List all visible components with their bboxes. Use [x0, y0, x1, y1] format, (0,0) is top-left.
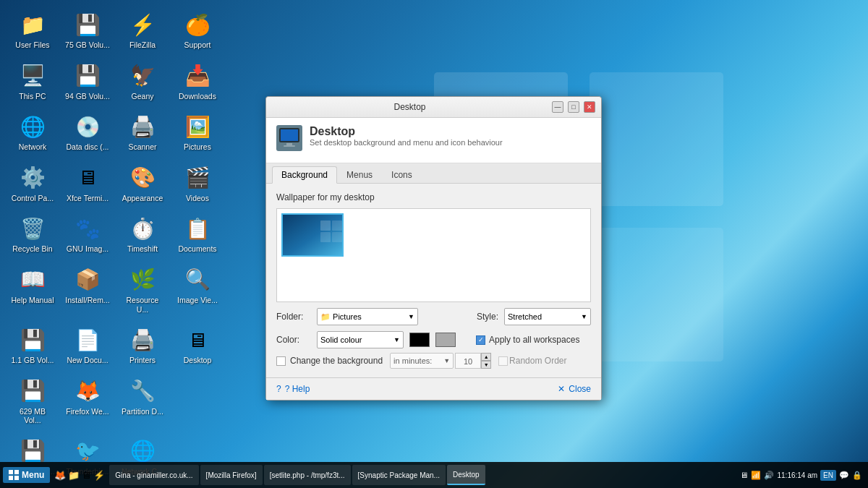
minutes-down-button[interactable]: ▼ [481, 361, 491, 369]
desktop-icon-network[interactable]: 🌐 Network [7, 109, 58, 155]
tab-background[interactable]: Background [272, 166, 337, 184]
dialog-header-subtitle: Set desktop background and menu and icon… [310, 138, 503, 147]
color-swatch-gray[interactable] [435, 333, 456, 347]
close-button[interactable]: ✕ Close [558, 384, 591, 394]
taskbar-terminal-icon[interactable]: 🖥 [82, 470, 91, 481]
75gb-icon: 💾 [73, 10, 102, 39]
desktop-icon-gnu-image[interactable]: 🐾 GNU Imag... [62, 211, 113, 257]
taskbar-item-desktop[interactable]: Desktop [447, 465, 485, 485]
style-select[interactable]: Stretched ▼ [504, 308, 591, 325]
close-label: Close [569, 384, 591, 394]
svg-rect-15 [14, 470, 19, 474]
firefox-label: Firefox We... [66, 407, 109, 416]
change-bg-row: Change the background in minutes: ▼ 10 ▲… [276, 353, 591, 369]
desktop-icon-partition[interactable]: 🔧 Partition D... [117, 374, 168, 428]
dialog-maximize-button[interactable]: □ [568, 101, 579, 113]
minutes-select[interactable]: in minutes: ▼ [390, 353, 454, 369]
desktop-item-icon: 🖥 [183, 325, 212, 354]
taskbar-item-setlite[interactable]: [setlite.php - /tmp/fz3t... [264, 465, 351, 485]
taskbar-item-setlite-label: [setlite.php - /tmp/fz3t... [270, 471, 345, 479]
desktop-icon-pictures[interactable]: 🖼️ Pictures [172, 109, 223, 155]
svg-rect-13 [332, 232, 342, 242]
desktop-icon-appearance[interactable]: 🎨 Appearance [117, 160, 168, 206]
tray-show-desktop[interactable]: 🖥 [740, 471, 748, 479]
svg-rect-7 [286, 143, 292, 145]
desktop-item-label: Desktop [184, 356, 212, 365]
desktop-icon-firefox[interactable]: 🦊 Firefox We... [62, 374, 113, 428]
desktop-icon-user-files[interactable]: 📁 User Files [7, 7, 58, 53]
data-disc-label: Data disc (... [67, 142, 109, 152]
folder-select[interactable]: 📁 Pictures ▼ [317, 308, 418, 325]
desktop-icon-image-view[interactable]: 🔍 Image Vie... [172, 262, 223, 317]
desktop-icon-documents[interactable]: 📋 Documents [172, 211, 223, 257]
dialog-close-button[interactable]: ✕ [584, 101, 595, 113]
help-manual-icon: 📖 [18, 265, 47, 294]
gnu-image-icon: 🐾 [73, 214, 102, 243]
printers-icon: 🖨️ [128, 325, 157, 354]
tray-usbguard-icon[interactable]: 🔒 [852, 471, 862, 480]
minutes-spinner-container: 10 ▲ ▼ [455, 353, 491, 369]
desktop-icon-desktop[interactable]: 🖥 Desktop [172, 322, 223, 368]
help-link[interactable]: ? ? Help [276, 384, 310, 394]
random-order-checkbox[interactable] [498, 356, 508, 366]
desktop-icon-filezilla[interactable]: ⚡ FileZilla [117, 7, 168, 53]
tab-menus[interactable]: Menus [337, 166, 382, 183]
network-icon: 🌐 [18, 112, 47, 141]
random-order-label: Random Order [509, 356, 566, 366]
desktop-icon-629mb[interactable]: 💾 629 MB Vol... [7, 374, 58, 428]
11gb-icon: 💾 [18, 325, 47, 354]
geany-label: Geany [132, 92, 154, 101]
wallpaper-thumbnail[interactable] [281, 213, 344, 257]
taskbar-item-gina[interactable]: Gina - ginamiller.co.uk... [109, 465, 198, 485]
desktop-icon-scanner[interactable]: 🖨️ Scanner [117, 109, 168, 155]
taskbar-item-firefox[interactable]: [Mozilla Firefox] [200, 465, 263, 485]
taskbar-filezilla-icon[interactable]: ⚡ [93, 470, 105, 481]
thunderbird-icon: 🐦 [73, 437, 102, 466]
tab-icons[interactable]: Icons [382, 166, 422, 183]
tray-network-icon[interactable]: 📶 [751, 471, 761, 480]
color-swatch-black[interactable] [409, 333, 430, 347]
minutes-up-button[interactable]: ▲ [481, 353, 491, 361]
desktop-icon-help-manual[interactable]: 📖 Help Manual [7, 262, 58, 317]
color-select[interactable]: Solid colour ▼ [317, 331, 404, 348]
desktop-icon-this-pc[interactable]: 🖥️ This PC [7, 59, 58, 104]
geany-icon: 🦅 [128, 61, 157, 90]
taskbar-item-synaptic[interactable]: [Synaptic Package Man... [352, 465, 446, 485]
wallpaper-grid[interactable] [276, 208, 591, 302]
svg-rect-17 [14, 476, 19, 480]
dialog-minimize-button[interactable]: — [552, 101, 563, 113]
recycle-bin-icon: 🗑️ [18, 214, 47, 243]
start-button[interactable]: Menu [3, 467, 50, 483]
user-files-icon: 📁 [18, 10, 47, 39]
tray-input-method[interactable]: EN [820, 470, 836, 481]
desktop-icon-resource-u[interactable]: 🌿 Resource U... [117, 262, 168, 317]
desktop-icon-control-panel[interactable]: ⚙️ Control Pa... [7, 160, 58, 206]
taskbar-item-gina-label: Gina - ginamiller.co.uk... [115, 471, 192, 479]
desktop-icon-recycle-bin[interactable]: 🗑️ Recycle Bin [7, 211, 58, 257]
desktop-icon-videos[interactable]: 🎬 Videos [172, 160, 223, 206]
desktop-icon-printers[interactable]: 🖨️ Printers [117, 322, 168, 368]
desktop-icon-geany[interactable]: 🦅 Geany [117, 59, 168, 104]
documents-label: Documents [178, 244, 216, 254]
desktop-icon-timeshift[interactable]: ⏱️ Timeshift [117, 211, 168, 257]
desktop-icon-new-doc[interactable]: 📄 New Docu... [62, 322, 113, 368]
change-bg-checkbox[interactable] [276, 356, 286, 366]
tray-notification-icon[interactable]: 💬 [839, 471, 849, 480]
taskbar-files-icon[interactable]: 📁 [68, 470, 80, 481]
tray-clock[interactable]: 11:16:14 am [777, 471, 817, 480]
desktop-icon-install[interactable]: 📦 Install/Rem... [62, 262, 113, 317]
desktop-icon-downloads[interactable]: 📥 Downloads [172, 59, 223, 104]
minutes-dropdown-icon: ▼ [443, 357, 450, 364]
desktop-icon-75gb[interactable]: 💾 75 GB Volu... [62, 7, 113, 53]
desktop-icon-94gb[interactable]: 💾 94 GB Volu... [62, 59, 113, 104]
desktop-icon-data-disc[interactable]: 💿 Data disc (... [62, 109, 113, 155]
desktop-icon-support[interactable]: 🍊 Support [172, 7, 223, 53]
taskbar-firefox-icon[interactable]: 🦊 [54, 470, 66, 481]
desktop-dialog: Desktop — □ ✕ Desktop Set desktop backgr… [265, 96, 602, 401]
tray-volume-icon[interactable]: 🔊 [764, 471, 774, 480]
apply-all-checkbox[interactable]: ✓ [476, 335, 485, 345]
minutes-number-display[interactable]: 10 [455, 353, 481, 369]
desktop-icon-11gb[interactable]: 💾 1.1 GB Vol... [7, 322, 58, 368]
recycle-bin-label: Recycle Bin [12, 244, 52, 254]
desktop-icon-xfce-terminal[interactable]: 🖥 Xfce Termi... [62, 160, 113, 206]
